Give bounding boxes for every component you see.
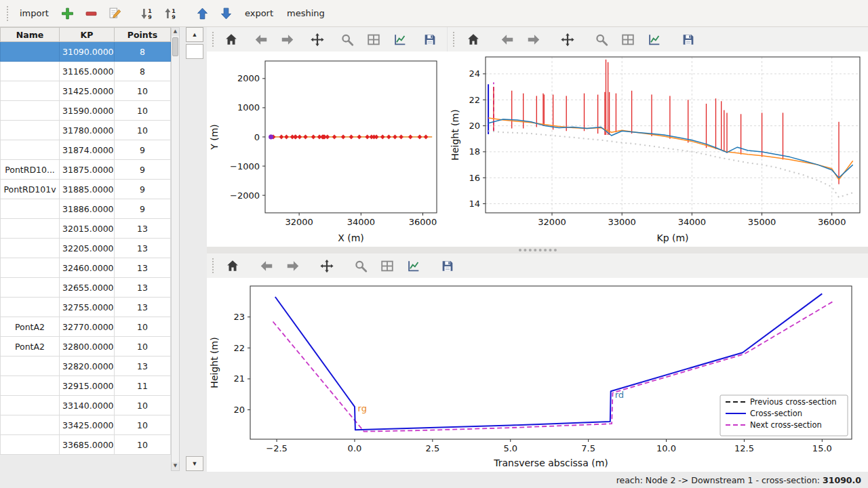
cell-kp[interactable]: 32460.0000 — [60, 258, 115, 278]
pan-button[interactable] — [306, 29, 329, 49]
cell-points[interactable]: 10 — [115, 337, 171, 357]
cell-name[interactable] — [1, 121, 60, 140]
home-button[interactable] — [221, 256, 244, 276]
table-row[interactable]: 31090.00008 — [1, 42, 171, 62]
toolbar-drag-handle[interactable] — [453, 32, 456, 47]
cell-points[interactable]: 9 — [115, 199, 171, 219]
table-scrollbar[interactable]: ▲ ▼ — [171, 27, 180, 471]
cell-points[interactable]: 10 — [115, 121, 171, 140]
table-row[interactable]: 33425.000010 — [1, 415, 171, 435]
table-row[interactable]: PontA232800.000010 — [1, 337, 171, 357]
table-row[interactable]: 32460.000013 — [1, 258, 171, 278]
sort-ascending-button[interactable] — [159, 3, 182, 24]
column-header-kp[interactable]: KP — [60, 28, 115, 42]
cell-kp[interactable]: 32755.0000 — [60, 298, 115, 317]
home-button[interactable] — [220, 29, 243, 49]
table-row[interactable]: 33140.000010 — [1, 396, 171, 415]
meshing-button[interactable]: meshing — [281, 4, 331, 22]
cell-points[interactable]: 10 — [115, 415, 171, 435]
cell-kp[interactable]: 33425.0000 — [60, 415, 115, 435]
scrollbar-down-icon[interactable]: ▼ — [172, 462, 179, 470]
table-row[interactable]: 31780.000010 — [1, 121, 171, 140]
strip-down-button[interactable]: ▼ — [186, 456, 203, 471]
cell-kp[interactable]: 32015.0000 — [60, 219, 115, 239]
sort-descending-button[interactable] — [136, 3, 158, 24]
cell-name[interactable] — [1, 435, 60, 455]
cell-name[interactable] — [1, 298, 60, 317]
table-row[interactable]: 32755.000013 — [1, 298, 171, 317]
cell-name[interactable] — [1, 101, 60, 121]
column-header-name[interactable]: Name — [1, 28, 60, 42]
save-button[interactable] — [677, 29, 700, 49]
scrollbar-track[interactable] — [172, 36, 179, 462]
cell-kp[interactable]: 31165.0000 — [60, 62, 115, 81]
cell-kp[interactable]: 31590.0000 — [60, 101, 115, 121]
subplots-button[interactable] — [376, 256, 399, 276]
cell-kp[interactable]: 32915.0000 — [60, 376, 115, 396]
strip-up-button[interactable]: ▲ — [186, 27, 203, 42]
cell-name[interactable] — [1, 258, 60, 278]
cell-points[interactable]: 9 — [115, 160, 171, 180]
cell-name[interactable] — [1, 376, 60, 396]
cell-kp[interactable]: 31874.0000 — [60, 140, 115, 160]
table-row[interactable]: 33685.000010 — [1, 435, 171, 455]
cell-kp[interactable]: 32655.0000 — [60, 278, 115, 298]
forward-button[interactable] — [522, 29, 545, 49]
save-button[interactable] — [418, 29, 441, 49]
cell-kp[interactable]: 31780.0000 — [60, 121, 115, 140]
remove-cross-section-button[interactable] — [80, 3, 102, 24]
table-row[interactable]: PontRD10...31875.00009 — [1, 160, 171, 180]
cell-name[interactable]: PontRD101v — [1, 180, 60, 199]
cell-kp[interactable]: 32820.0000 — [60, 357, 115, 376]
plan-view-chart[interactable]: 320003400036000−2000−1000010002000X (m)Y… — [207, 52, 448, 247]
cell-kp[interactable]: 33140.0000 — [60, 396, 115, 415]
cell-name[interactable] — [1, 239, 60, 258]
add-cross-section-button[interactable] — [56, 3, 79, 24]
cell-points[interactable]: 10 — [115, 435, 171, 455]
back-button[interactable] — [250, 29, 273, 49]
cell-name[interactable] — [1, 357, 60, 376]
table-row[interactable]: 31425.000010 — [1, 81, 171, 101]
scrollbar-up-icon[interactable]: ▲ — [172, 28, 179, 36]
cell-kp[interactable]: 31875.0000 — [60, 160, 115, 180]
pan-button[interactable] — [315, 256, 338, 276]
scrollbar-thumb[interactable] — [172, 37, 178, 56]
customize-button[interactable] — [389, 29, 412, 49]
table-row[interactable]: 32820.000013 — [1, 357, 171, 376]
cell-name[interactable] — [1, 81, 60, 101]
cell-kp[interactable]: 33685.0000 — [60, 435, 115, 455]
cell-name[interactable]: PontA2 — [1, 317, 60, 337]
cell-kp[interactable]: 31090.0000 — [60, 42, 115, 62]
forward-button[interactable] — [276, 29, 299, 49]
cell-kp[interactable]: 32205.0000 — [60, 239, 115, 258]
zoom-button[interactable] — [336, 29, 359, 49]
table-row[interactable]: 31165.00008 — [1, 62, 171, 81]
cell-name[interactable]: PontA2 — [1, 337, 60, 357]
edit-cross-section-button[interactable] — [104, 3, 126, 24]
cell-kp[interactable]: 31886.0000 — [60, 199, 115, 219]
splitter-handle-icon[interactable] — [519, 249, 557, 251]
cell-name[interactable] — [1, 396, 60, 415]
back-button[interactable] — [255, 256, 278, 276]
pan-button[interactable] — [556, 29, 579, 49]
cell-points[interactable]: 13 — [115, 219, 171, 239]
cell-kp[interactable]: 32770.0000 — [60, 317, 115, 337]
table-row[interactable]: PontA232770.000010 — [1, 317, 171, 337]
cell-points[interactable]: 9 — [115, 180, 171, 199]
cell-points[interactable]: 10 — [115, 81, 171, 101]
forward-button[interactable] — [281, 256, 304, 276]
column-header-points[interactable]: Points — [115, 28, 171, 42]
move-up-button[interactable] — [191, 3, 214, 24]
cell-name[interactable] — [1, 199, 60, 219]
table-row[interactable]: 32915.000011 — [1, 376, 171, 396]
import-button[interactable]: import — [14, 4, 55, 22]
strip-thumb[interactable] — [186, 44, 203, 59]
zoom-button[interactable] — [590, 29, 613, 49]
cell-points[interactable]: 8 — [115, 62, 171, 81]
cell-points[interactable]: 10 — [115, 317, 171, 337]
save-button[interactable] — [436, 256, 459, 276]
cell-kp[interactable]: 31425.0000 — [60, 81, 115, 101]
cell-points[interactable]: 13 — [115, 278, 171, 298]
zoom-button[interactable] — [349, 256, 372, 276]
profile-chart[interactable]: 3200033000340003500036000141618202224Kp … — [448, 52, 868, 247]
